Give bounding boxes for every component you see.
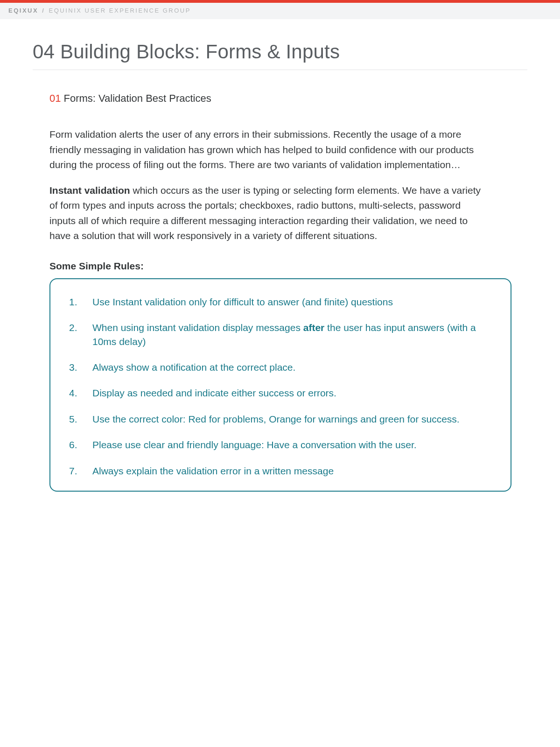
rule-item: Always show a notification at the correc… xyxy=(67,360,497,374)
page-body: 04 Building Blocks: Forms & Inputs 01For… xyxy=(0,19,560,492)
rule-text: Please use clear and friendly language: … xyxy=(92,439,417,450)
rule-item: Use Instant validation only for difficul… xyxy=(67,295,497,309)
rule-text: Always show a notification at the correc… xyxy=(92,362,295,373)
rule-text: Use Instant validation only for difficul… xyxy=(92,296,393,307)
group-label: EQUINIX USER EXPERIENCE GROUP xyxy=(49,7,191,14)
rules-heading: Some Simple Rules: xyxy=(49,261,527,272)
rule-text: Use the correct color: Red for problems,… xyxy=(92,414,460,424)
section-validation: 01Forms: Validation Best Practices Form … xyxy=(49,92,527,492)
section-heading: 01Forms: Validation Best Practices xyxy=(49,92,527,105)
rule-bold: after xyxy=(303,322,325,333)
brand-label: EQIXUX xyxy=(8,7,38,14)
header-bar: EQIXUX / EQUINIX USER EXPERIENCE GROUP xyxy=(0,3,560,19)
intro-paragraph-1: Form validation alerts the user of any e… xyxy=(49,127,483,173)
rules-box: Use Instant validation only for difficul… xyxy=(49,278,511,492)
body-copy: Form validation alerts the user of any e… xyxy=(49,127,483,244)
rule-item: Use the correct color: Red for problems,… xyxy=(67,412,497,426)
rule-text: When using instant validation display me… xyxy=(92,322,303,333)
section-number: 01 xyxy=(49,92,61,104)
rule-item: Always explain the validation error in a… xyxy=(67,464,497,478)
rule-item: When using instant validation display me… xyxy=(67,321,497,348)
rule-item: Please use clear and friendly language: … xyxy=(67,438,497,451)
page-title: 04 Building Blocks: Forms & Inputs xyxy=(33,38,527,70)
intro-paragraph-2: Instant validation which occurs as the u… xyxy=(49,183,483,244)
brand-separator: / xyxy=(42,7,45,14)
rule-text: Display as needed and indicate either su… xyxy=(92,388,336,398)
rules-list: Use Instant validation only for difficul… xyxy=(67,295,497,478)
section-heading-text: Forms: Validation Best Practices xyxy=(63,92,211,104)
rule-item: Display as needed and indicate either su… xyxy=(67,386,497,400)
rule-text: Always explain the validation error in a… xyxy=(92,465,334,476)
instant-validation-lead: Instant validation xyxy=(49,185,130,196)
